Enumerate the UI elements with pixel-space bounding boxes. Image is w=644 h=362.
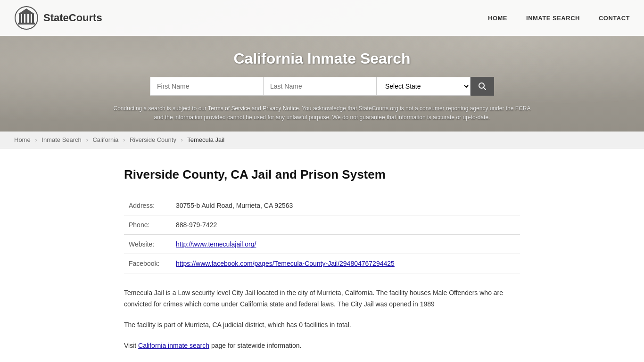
breadcrumb: Home › Inmate Search › California › Rive… (0, 132, 644, 148)
description-paragraph-1: Temecula Jail is a Low security level Ci… (124, 288, 520, 310)
logo-text: StateCourts (43, 12, 102, 24)
breadcrumb-home[interactable]: Home (14, 136, 31, 143)
svg-rect-4 (29, 14, 31, 23)
breadcrumb-inmate-search[interactable]: Inmate Search (41, 136, 82, 143)
phone-value: 888-979-7422 (171, 215, 520, 235)
breadcrumb-california[interactable]: California (92, 136, 118, 143)
breadcrumb-sep-4: › (181, 136, 183, 143)
top-navigation: StateCourts HOME INMATE SEARCH CONTACT (0, 0, 644, 36)
page-title: Riverside County, CA Jail and Prison Sys… (124, 167, 520, 182)
nav-links: HOME INMATE SEARCH CONTACT (488, 15, 630, 22)
hero-content: California Inmate Search Select State Al… (0, 36, 644, 132)
phone-label: Phone: (124, 215, 171, 235)
last-name-input[interactable] (263, 77, 376, 96)
search-icon (478, 82, 487, 90)
main-content: Riverside County, CA Jail and Prison Sys… (110, 148, 534, 362)
nav-home[interactable]: HOME (488, 15, 507, 22)
facebook-label: Facebook: (124, 254, 171, 273)
logo-icon (14, 6, 39, 30)
website-label: Website: (124, 235, 171, 254)
breadcrumb-riverside-county[interactable]: Riverside County (130, 136, 176, 143)
california-inmate-search-link[interactable]: California inmate search (138, 342, 209, 349)
svg-rect-5 (32, 14, 34, 23)
svg-line-9 (484, 88, 486, 90)
website-value: http://www.temeculajail.org/ (171, 235, 520, 254)
terms-link[interactable]: Terms of Service (208, 105, 250, 112)
nav-inmate-search[interactable]: INMATE SEARCH (526, 15, 580, 22)
hero-title: California Inmate Search (9, 50, 635, 67)
address-label: Address: (124, 196, 171, 215)
svg-rect-1 (19, 14, 21, 23)
breadcrumb-sep-2: › (86, 136, 88, 143)
breadcrumb-sep-3: › (123, 136, 125, 143)
description-paragraph-2: The facility is part of Murrieta, CA jud… (124, 320, 520, 331)
nav-contact[interactable]: CONTACT (599, 15, 630, 22)
svg-marker-6 (18, 8, 35, 14)
svg-rect-2 (22, 14, 24, 23)
table-row: Website: http://www.temeculajail.org/ (124, 235, 520, 254)
search-bar: Select State AlabamaAlaskaArizonaArkansa… (133, 77, 511, 96)
website-link[interactable]: http://www.temeculajail.org/ (176, 240, 256, 248)
address-value: 30755-b Auld Road, Murrieta, CA 92563 (171, 196, 520, 215)
logo-area: StateCourts (14, 6, 102, 30)
disclaimer-text: Conducting a search is subject to our Te… (110, 104, 534, 122)
first-name-input[interactable] (150, 77, 263, 96)
facility-info-table: Address: 30755-b Auld Road, Murrieta, CA… (124, 196, 520, 273)
svg-rect-3 (25, 14, 27, 23)
table-row: Address: 30755-b Auld Road, Murrieta, CA… (124, 196, 520, 215)
breadcrumb-sep-1: › (35, 136, 37, 143)
table-row: Facebook: https://www.facebook.com/pages… (124, 254, 520, 273)
svg-rect-7 (18, 23, 35, 25)
description-paragraph-3: Visit California inmate search page for … (124, 340, 520, 352)
facebook-value: https://www.facebook.com/pages/Temecula-… (171, 254, 520, 273)
facebook-link[interactable]: https://www.facebook.com/pages/Temecula-… (176, 260, 395, 267)
state-select[interactable]: Select State AlabamaAlaskaArizonaArkansa… (376, 77, 471, 96)
breadcrumb-current: Temecula Jail (187, 136, 224, 143)
search-button[interactable] (471, 77, 494, 96)
table-row: Phone: 888-979-7422 (124, 215, 520, 235)
privacy-link[interactable]: Privacy Notice (263, 105, 299, 112)
